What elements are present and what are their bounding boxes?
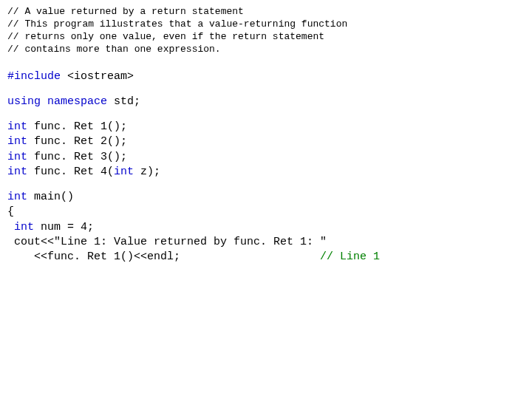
space	[41, 95, 47, 108]
proto-4: int func. Ret 4(int z);	[7, 165, 525, 180]
proto-2: int func. Ret 2();	[7, 134, 525, 149]
cout-line-2: <<func. Ret 1()<<endl; // Line 1	[7, 250, 525, 265]
cout-line-1: cout<<"Line 1: Value returned by func. R…	[7, 235, 525, 250]
num-decl-line: int num = 4;	[7, 220, 525, 235]
int-keyword: int	[14, 221, 34, 233]
angle-open: <	[61, 70, 74, 83]
num-decl-rest: num = 4;	[34, 221, 94, 233]
header-comment-block: // A value returned by a return statemen…	[7, 6, 525, 56]
proto-1-text: func. Ret 1();	[27, 120, 127, 133]
main-decl: main()	[27, 191, 74, 203]
main-decl-line: int main()	[7, 190, 525, 205]
using-keyword: using	[7, 95, 41, 108]
include-line: #include <iostream>	[7, 69, 525, 84]
header-name: iostream	[74, 70, 127, 83]
comment-line-1: // A value returned by a return statemen…	[7, 6, 525, 18]
int-keyword: int	[7, 166, 27, 178]
int-keyword: int	[7, 135, 27, 148]
space	[107, 95, 114, 108]
cout-line-2-code: <<func. Ret 1()<<endl;	[7, 250, 180, 263]
inline-comment: // Line 1	[320, 250, 380, 263]
int-keyword: int	[7, 120, 27, 133]
angle-close: >	[127, 70, 134, 83]
semicolon: ;	[134, 95, 140, 108]
proto-4-b: z);	[134, 166, 160, 178]
include-keyword: #include	[7, 70, 61, 83]
int-keyword: int	[7, 151, 27, 163]
proto-3-text: func. Ret 3();	[27, 151, 127, 163]
using-line: using namespace std;	[7, 95, 525, 109]
proto-2-text: func. Ret 2();	[27, 135, 127, 148]
namespace-keyword: namespace	[47, 95, 107, 108]
comment-line-2: // This program illustrates that a value…	[7, 18, 525, 31]
gap	[180, 250, 320, 263]
prototypes-block: int func. Ret 1(); int func. Ret 2(); in…	[7, 120, 525, 180]
indent	[7, 221, 14, 233]
brace-open: {	[7, 205, 525, 219]
int-keyword-param: int	[114, 166, 134, 178]
proto-4-a: func. Ret 4(	[27, 166, 114, 178]
comment-line-4: // contains more than one expression.	[7, 44, 525, 56]
proto-3: int func. Ret 3();	[7, 150, 525, 165]
comment-line-3: // returns only one value, even if the r…	[7, 31, 525, 44]
int-keyword: int	[7, 191, 27, 203]
proto-1: int func. Ret 1();	[7, 120, 525, 134]
main-block: int main() { int num = 4; cout<<"Line 1:…	[7, 190, 525, 265]
namespace-name: std	[114, 95, 134, 108]
